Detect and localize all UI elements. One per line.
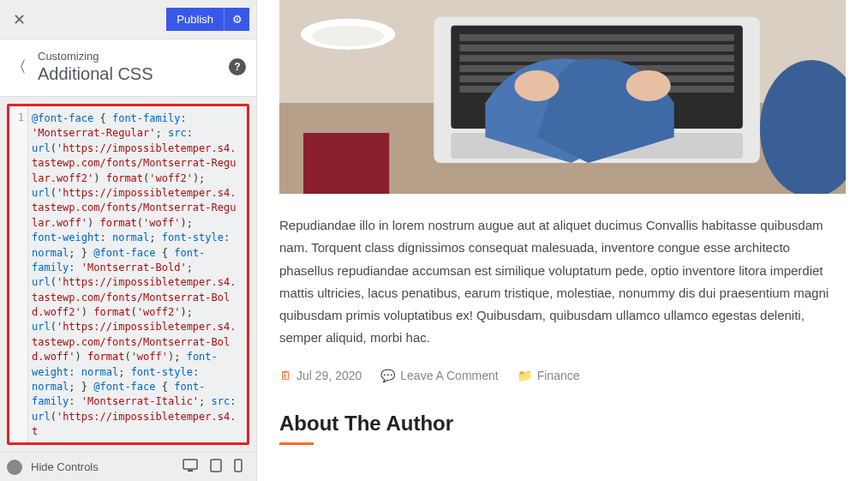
close-customizer-button[interactable]: ✕: [7, 8, 31, 32]
hide-controls-button[interactable]: Hide Controls: [31, 460, 174, 473]
help-icon: ?: [234, 61, 240, 73]
svg-rect-8: [459, 34, 733, 41]
category-link[interactable]: 📁Finance: [518, 369, 580, 382]
panel-title: Additional CSS: [38, 64, 229, 84]
tablet-preview-icon[interactable]: [210, 459, 222, 475]
svg-rect-17: [303, 133, 389, 194]
back-button[interactable]: 〈: [5, 53, 33, 81]
heading-accent: [279, 442, 314, 445]
preview-pane[interactable]: Repudiandae illo in lorem nostrum augue …: [257, 0, 868, 481]
svg-rect-1: [188, 470, 193, 472]
line-number-gutter: 1: [9, 106, 28, 442]
calendar-icon: 🗓: [279, 369, 291, 382]
comment-icon: 💬: [380, 369, 395, 382]
svg-point-18: [514, 70, 559, 101]
css-code-area[interactable]: @font-face { font-family: 'Montserrat-Re…: [28, 106, 247, 442]
breadcrumb: Customizing: [38, 50, 229, 63]
svg-rect-9: [459, 45, 733, 51]
svg-rect-0: [183, 460, 197, 469]
comments-link[interactable]: 💬Leave A Comment: [380, 369, 498, 382]
chevron-left-icon: 〈: [11, 57, 27, 77]
desktop-preview-icon[interactable]: [183, 459, 198, 475]
publish-settings-button[interactable]: ⚙: [224, 8, 249, 31]
featured-image: [279, 0, 846, 194]
folder-icon: 📁: [518, 369, 532, 382]
mobile-preview-icon[interactable]: [234, 459, 242, 475]
svg-point-19: [626, 70, 671, 101]
publish-button[interactable]: Publish: [166, 8, 224, 31]
post-date: 🗓Jul 29, 2020: [279, 369, 362, 382]
article-body: Repudiandae illo in lorem nostrum augue …: [279, 214, 846, 350]
author-heading: About The Author: [279, 412, 846, 436]
help-button[interactable]: ?: [229, 58, 246, 75]
svg-point-16: [312, 26, 384, 46]
css-editor[interactable]: 1 @font-face { font-family: 'Montserrat-…: [7, 104, 249, 445]
svg-rect-2: [211, 460, 221, 472]
collapse-icon[interactable]: [7, 460, 22, 475]
gear-icon: ⚙: [232, 13, 242, 26]
svg-rect-3: [235, 460, 242, 472]
